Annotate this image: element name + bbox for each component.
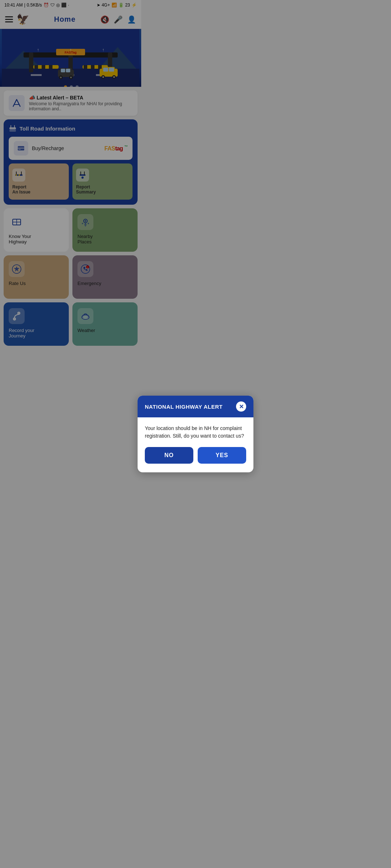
modal-overlay: NATIONAL HIGHWAY ALERT ✕ Your location s… xyxy=(0,0,141,353)
